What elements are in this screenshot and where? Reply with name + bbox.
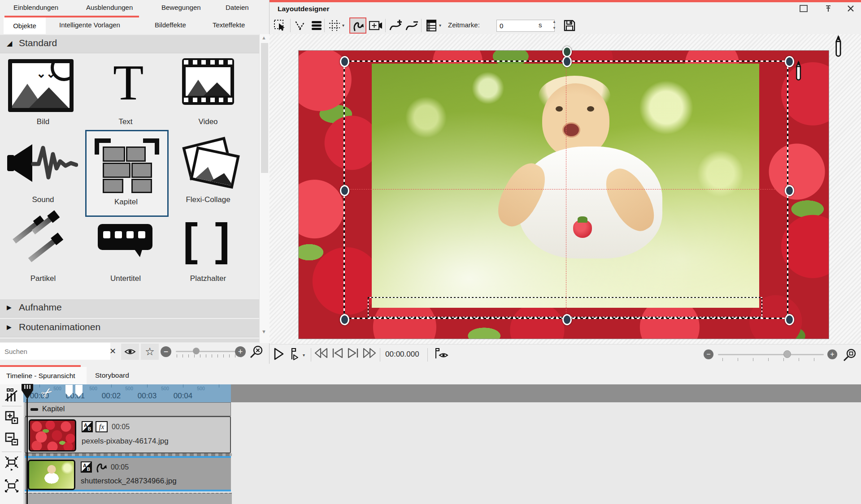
canvas-zoom-in-button[interactable]: + [827, 349, 837, 359]
timeline-ruler[interactable]: 500 500 500 500 500 00:00 00:01 00:02 00… [23, 384, 861, 402]
select-tool-button[interactable] [272, 18, 287, 33]
add-keyframe-button[interactable] [388, 18, 403, 33]
zeitmarke-spin-up[interactable]: ▲ [551, 19, 557, 25]
grid-icon [328, 19, 341, 32]
play-options-dropdown-icon[interactable]: ▾ [303, 353, 305, 358]
object-item-kapitel-selected[interactable]: Kapitel [85, 130, 169, 217]
playhead[interactable] [21, 383, 34, 400]
grid-dropdown-icon[interactable]: ▾ [342, 23, 344, 28]
resize-handle-bottom-center[interactable] [562, 314, 572, 325]
layers-button[interactable] [309, 18, 324, 33]
save-button[interactable] [562, 18, 577, 33]
chapter-track-header[interactable]: Kapitel [25, 402, 231, 416]
timeline-clip-2-selected[interactable]: AB 00:05 shutterstock_248734966.jpg [25, 456, 231, 491]
section-standard[interactable]: ◢ Standard [0, 35, 259, 53]
layoutdesigner-panel: Layoutdesigner [270, 0, 861, 365]
clip-thumbnail-baby [28, 460, 75, 490]
section-aufnahme[interactable]: ▶ Aufnahme [0, 299, 259, 318]
zoom-reset-icon[interactable] [249, 345, 264, 359]
current-time-display: 00:00.000 [385, 350, 419, 359]
canvas-zoom-thumb[interactable] [783, 350, 791, 358]
tab-timeline-spuransicht[interactable]: Timeline - Spuransicht [0, 367, 87, 384]
scroll-up-icon[interactable]: ▲ [261, 35, 266, 40]
fx-effect-icon[interactable]: fx [96, 421, 108, 432]
rotation-handle[interactable] [562, 46, 572, 57]
enlarge-view-button[interactable] [4, 478, 20, 494]
layout-workspace [270, 34, 861, 344]
play-from-timemarker-button[interactable] [289, 348, 299, 360]
scroll-down-icon[interactable]: ▼ [261, 329, 266, 334]
tab-ausblendungen[interactable]: Ausblendungen [86, 4, 133, 11]
canvas-zoom-slider[interactable] [718, 354, 824, 355]
tab-texteffekte[interactable]: Texteffekte [213, 21, 245, 29]
motion-path-button[interactable] [293, 18, 308, 33]
skip-to-start-button[interactable] [331, 348, 343, 358]
scrollbar-thumb[interactable] [261, 43, 268, 173]
expander-open-icon: ◢ [7, 39, 12, 47]
slide-canvas[interactable] [298, 50, 829, 339]
canvas-zoom-out-button[interactable]: − [704, 349, 713, 359]
clear-search-icon[interactable]: ✕ [109, 346, 116, 356]
curve-plus-icon [389, 19, 402, 32]
ab-transition-icon[interactable]: AB [81, 461, 92, 473]
image-icon: ⌄⌄ [8, 59, 74, 112]
animation-curve-icon[interactable] [95, 461, 107, 473]
ruler-minor-label: 500 [158, 386, 172, 391]
pin-button[interactable] [825, 5, 832, 13]
objects-panel: Einblendungen Ausblendungen Bewegungen D… [0, 0, 270, 364]
remove-keyframe-button[interactable] [404, 18, 419, 33]
resize-handle-mid-right[interactable] [785, 185, 794, 196]
layoutdesigner-toolbar: ▾ [270, 17, 861, 34]
tab-einblendungen[interactable]: Einblendungen [13, 4, 58, 11]
table-dropdown-icon[interactable]: ▾ [439, 23, 441, 28]
expand-all-tracks-button[interactable] [4, 409, 20, 426]
timeline-clip-1[interactable]: AB fx 00:05 pexels-pixabay-46174.jpg [25, 416, 231, 453]
maximize-button[interactable] [800, 5, 808, 12]
shrink-view-button[interactable] [4, 455, 20, 471]
zeitmarke-input[interactable] [496, 20, 555, 32]
fast-forward-button[interactable] [363, 348, 376, 358]
object-label: Flexi-Collage [167, 195, 249, 204]
collapse-track-icon[interactable] [30, 408, 38, 411]
tab-storyboard[interactable]: Storyboard [95, 371, 129, 379]
curve-mode-button-active[interactable] [349, 17, 366, 34]
zoom-in-button[interactable]: + [235, 346, 246, 357]
zoom-fit-icon[interactable] [843, 348, 857, 362]
resize-handle-bottom-left[interactable] [340, 314, 349, 325]
preview-eye-button[interactable] [121, 344, 139, 360]
play-button[interactable] [274, 348, 284, 360]
tab-bewegungen[interactable]: Bewegungen [161, 4, 201, 11]
tab-bildeffekte[interactable]: Bildeffekte [155, 21, 186, 29]
resize-handle-top-left[interactable] [340, 56, 349, 67]
panel-scrollbar[interactable]: ▲ ▼ [259, 34, 270, 343]
rewind-button[interactable] [314, 348, 328, 358]
search-input[interactable] [0, 343, 110, 360]
marker-visibility-button[interactable] [434, 348, 449, 359]
ab-transition-icon[interactable]: AB [82, 421, 93, 432]
clip-duration: 00:05 [111, 463, 129, 471]
clip-filename: pexels-pixabay-46174.jpg [82, 437, 169, 446]
eye-icon [124, 348, 136, 356]
resize-handle-top-center[interactable] [562, 56, 572, 67]
grid-button[interactable] [327, 18, 342, 33]
thumbnail-size-slider[interactable] [176, 351, 241, 352]
slider-thumb[interactable] [193, 348, 200, 354]
layers-icon [311, 20, 322, 31]
resize-handle-bottom-right[interactable] [785, 314, 794, 325]
zoom-out-button[interactable]: − [161, 346, 171, 357]
zeitmarke-spin-down[interactable]: ▼ [551, 26, 557, 31]
skip-to-end-button[interactable] [348, 348, 359, 358]
keyframe-table-button[interactable] [424, 18, 439, 33]
favorites-star-button[interactable]: ☆ [141, 344, 159, 360]
tab-intelligente-vorlagen[interactable]: Intelligente Vorlagen [59, 21, 120, 29]
sound-icon [6, 136, 78, 190]
resize-handle-mid-left[interactable] [340, 185, 349, 196]
object-label: Partikel [2, 274, 84, 283]
section-routenanimationen[interactable]: ▶ Routenanimationen [0, 319, 259, 337]
collapse-all-tracks-button[interactable] [4, 431, 20, 447]
tab-objekte[interactable]: Objekte [4, 17, 46, 34]
track-options-button[interactable] [4, 387, 20, 403]
camera-pan-button[interactable] [368, 18, 383, 33]
close-button[interactable] [847, 5, 854, 12]
tab-dateien[interactable]: Dateien [226, 4, 249, 11]
